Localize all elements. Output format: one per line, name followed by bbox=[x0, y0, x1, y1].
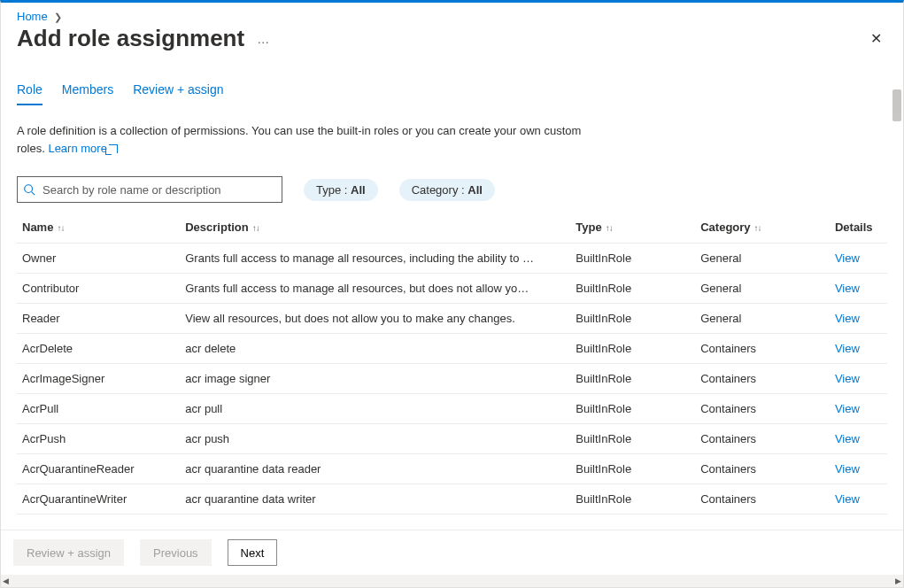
cell-category: Containers bbox=[695, 364, 830, 394]
cell-type: BuiltInRole bbox=[570, 484, 695, 514]
table-row[interactable]: ReaderView all resources, but does not a… bbox=[17, 304, 887, 334]
cell-name: AcrQuarantineWriter bbox=[17, 484, 180, 514]
footer-bar: Review + assign Previous Next bbox=[1, 530, 903, 575]
cell-name: AcrPush bbox=[17, 424, 180, 454]
filter-category[interactable]: Category : All bbox=[399, 179, 495, 201]
tab-members[interactable]: Members bbox=[62, 79, 113, 105]
cell-description: acr pull bbox=[180, 394, 570, 424]
cell-description: acr quarantine data reader bbox=[180, 454, 570, 484]
column-header-name[interactable]: Name↑↓ bbox=[17, 212, 180, 244]
filter-category-value: All bbox=[467, 183, 483, 197]
cell-description: Grants full access to manage all resourc… bbox=[180, 244, 570, 274]
cell-description: acr image signer bbox=[180, 364, 570, 394]
scroll-left-icon[interactable]: ◀ bbox=[3, 576, 9, 585]
close-icon[interactable]: ✕ bbox=[865, 25, 887, 52]
table-row[interactable]: AcrImageSigneracr image signerBuiltInRol… bbox=[17, 364, 887, 394]
roles-table: Name↑↓ Description↑↓ Type↑↓ Category↑↓ D… bbox=[17, 212, 887, 514]
cell-description: Grants full access to manage all resourc… bbox=[180, 274, 570, 304]
table-row[interactable]: AcrQuarantineReaderacr quarantine data r… bbox=[17, 454, 887, 484]
cell-category: Containers bbox=[695, 334, 830, 364]
chevron-right-icon: ❯ bbox=[54, 12, 62, 22]
cell-type: BuiltInRole bbox=[570, 394, 695, 424]
cell-type: BuiltInRole bbox=[570, 334, 695, 364]
view-link[interactable]: View bbox=[835, 402, 860, 415]
filter-type[interactable]: Type : All bbox=[304, 179, 378, 201]
view-link[interactable]: View bbox=[835, 251, 860, 265]
table-row[interactable]: AcrQuarantineWriteracr quarantine data w… bbox=[17, 484, 887, 514]
search-icon bbox=[23, 183, 35, 196]
cell-category: General bbox=[695, 304, 830, 334]
cell-description: acr push bbox=[180, 424, 570, 454]
cell-category: General bbox=[695, 274, 830, 304]
tab-review-assign[interactable]: Review + assign bbox=[133, 79, 223, 105]
tab-role[interactable]: Role bbox=[17, 79, 42, 105]
cell-category: Containers bbox=[695, 454, 830, 484]
sort-icon: ↑↓ bbox=[252, 223, 259, 233]
cell-description: acr delete bbox=[180, 334, 570, 364]
cell-type: BuiltInRole bbox=[570, 364, 695, 394]
cell-description: View all resources, but does not allow y… bbox=[180, 304, 570, 334]
view-link[interactable]: View bbox=[835, 432, 860, 445]
table-row[interactable]: OwnerGrants full access to manage all re… bbox=[17, 244, 887, 274]
cell-name: AcrImageSigner bbox=[17, 364, 180, 394]
filter-type-value: All bbox=[351, 183, 366, 197]
column-header-description[interactable]: Description↑↓ bbox=[180, 212, 570, 244]
sort-icon: ↑↓ bbox=[754, 223, 761, 233]
review-assign-button: Review + assign bbox=[13, 539, 124, 566]
horizontal-scrollbar[interactable]: ◀ ▶ bbox=[1, 575, 903, 587]
tab-bar: Role Members Review + assign bbox=[17, 79, 887, 106]
view-link[interactable]: View bbox=[835, 342, 860, 355]
cell-name: AcrDelete bbox=[17, 334, 180, 364]
table-row[interactable]: AcrPullacr pullBuiltInRoleContainersView bbox=[17, 394, 887, 424]
view-link[interactable]: View bbox=[835, 282, 860, 295]
cell-category: Containers bbox=[695, 484, 830, 514]
previous-button: Previous bbox=[140, 539, 212, 566]
svg-line-1 bbox=[32, 192, 35, 196]
column-header-type[interactable]: Type↑↓ bbox=[570, 212, 695, 244]
column-header-details: Details bbox=[830, 212, 887, 244]
sort-icon: ↑↓ bbox=[57, 223, 64, 233]
external-link-icon bbox=[109, 144, 118, 153]
filter-type-label: Type : bbox=[316, 183, 351, 197]
cell-name: Owner bbox=[17, 244, 180, 274]
cell-type: BuiltInRole bbox=[570, 424, 695, 454]
search-input[interactable] bbox=[41, 182, 276, 197]
cell-name: Reader bbox=[17, 304, 180, 334]
cell-name: AcrQuarantineReader bbox=[17, 454, 180, 484]
breadcrumb: Home ❯ bbox=[1, 3, 903, 23]
more-actions-icon[interactable]: … bbox=[257, 32, 271, 46]
cell-name: Contributor bbox=[17, 274, 180, 304]
sort-icon: ↑↓ bbox=[606, 223, 613, 233]
intro-text: A role definition is a collection of per… bbox=[17, 122, 583, 157]
view-link[interactable]: View bbox=[835, 462, 860, 476]
cell-description: acr quarantine data writer bbox=[180, 484, 570, 514]
cell-type: BuiltInRole bbox=[570, 274, 695, 304]
page-title: Add role assignment bbox=[17, 25, 244, 52]
cell-type: BuiltInRole bbox=[570, 304, 695, 334]
table-row[interactable]: AcrDeleteacr deleteBuiltInRoleContainers… bbox=[17, 334, 887, 364]
cell-category: Containers bbox=[695, 424, 830, 454]
view-link[interactable]: View bbox=[835, 492, 860, 506]
scrollbar-thumb[interactable] bbox=[892, 89, 901, 121]
view-link[interactable]: View bbox=[835, 312, 860, 325]
cell-category: General bbox=[695, 244, 830, 274]
table-row[interactable]: AcrPushacr pushBuiltInRoleContainersView bbox=[17, 424, 887, 454]
cell-category: Containers bbox=[695, 394, 830, 424]
svg-point-0 bbox=[25, 185, 33, 193]
filter-category-label: Category : bbox=[412, 183, 468, 197]
cell-type: BuiltInRole bbox=[570, 454, 695, 484]
view-link[interactable]: View bbox=[835, 372, 860, 385]
cell-type: BuiltInRole bbox=[570, 244, 695, 274]
scroll-right-icon[interactable]: ▶ bbox=[895, 576, 901, 585]
next-button[interactable]: Next bbox=[228, 539, 278, 566]
learn-more-link[interactable]: Learn more bbox=[48, 142, 117, 155]
column-header-category[interactable]: Category↑↓ bbox=[695, 212, 830, 244]
cell-name: AcrPull bbox=[17, 394, 180, 424]
search-input-wrapper[interactable] bbox=[17, 176, 282, 203]
breadcrumb-home[interactable]: Home bbox=[17, 10, 48, 23]
table-row[interactable]: ContributorGrants full access to manage … bbox=[17, 274, 887, 304]
